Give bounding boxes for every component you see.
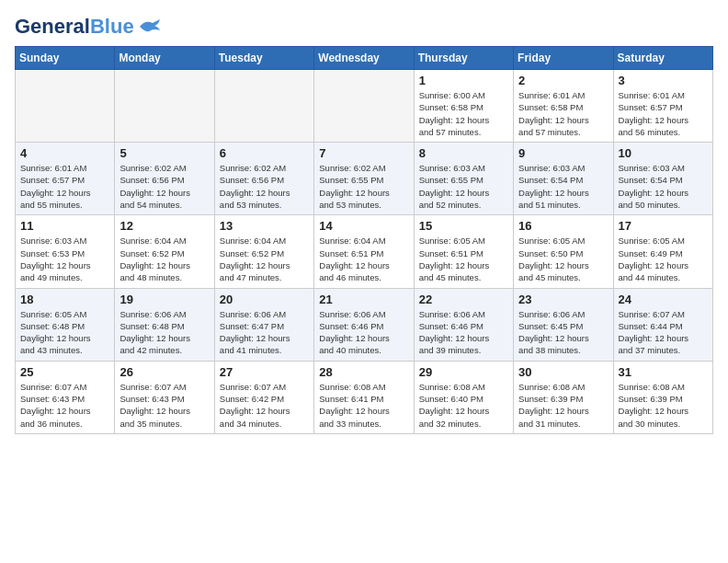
day-number: 15 bbox=[419, 219, 508, 233]
day-info: Sunrise: 6:06 AM Sunset: 6:47 PM Dayligh… bbox=[220, 308, 309, 357]
day-info: Sunrise: 6:05 AM Sunset: 6:50 PM Dayligh… bbox=[518, 235, 608, 283]
calendar-day-6: 6Sunrise: 6:02 AM Sunset: 6:56 PM Daylig… bbox=[214, 143, 313, 215]
calendar-day-29: 29Sunrise: 6:08 AM Sunset: 6:40 PM Dayli… bbox=[414, 361, 513, 433]
calendar-day-empty bbox=[115, 70, 214, 143]
calendar-week-row: 4Sunrise: 6:01 AM Sunset: 6:57 PM Daylig… bbox=[16, 143, 713, 215]
day-info: Sunrise: 6:02 AM Sunset: 6:56 PM Dayligh… bbox=[220, 162, 309, 211]
day-number: 6 bbox=[220, 146, 309, 160]
logo-blue: Blue bbox=[90, 15, 134, 39]
calendar-day-19: 19Sunrise: 6:06 AM Sunset: 6:48 PM Dayli… bbox=[115, 288, 214, 361]
day-info: Sunrise: 6:04 AM Sunset: 6:51 PM Dayligh… bbox=[319, 235, 408, 283]
day-number: 12 bbox=[119, 219, 209, 233]
calendar-day-9: 9Sunrise: 6:03 AM Sunset: 6:54 PM Daylig… bbox=[514, 143, 613, 215]
calendar-day-28: 28Sunrise: 6:08 AM Sunset: 6:41 PM Dayli… bbox=[314, 361, 414, 433]
weekday-header-row: SundayMondayTuesdayWednesdayThursdayFrid… bbox=[16, 47, 713, 70]
calendar-day-26: 26Sunrise: 6:07 AM Sunset: 6:43 PM Dayli… bbox=[115, 361, 214, 433]
day-info: Sunrise: 6:07 AM Sunset: 6:42 PM Dayligh… bbox=[220, 381, 309, 430]
day-number: 20 bbox=[220, 293, 309, 306]
calendar-week-row: 18Sunrise: 6:05 AM Sunset: 6:48 PM Dayli… bbox=[16, 288, 713, 361]
day-info: Sunrise: 6:06 AM Sunset: 6:46 PM Dayligh… bbox=[319, 308, 408, 357]
calendar-day-3: 3Sunrise: 6:01 AM Sunset: 6:57 PM Daylig… bbox=[613, 70, 712, 143]
day-info: Sunrise: 6:05 AM Sunset: 6:51 PM Dayligh… bbox=[419, 235, 508, 283]
calendar-day-11: 11Sunrise: 6:03 AM Sunset: 6:53 PM Dayli… bbox=[16, 215, 115, 288]
calendar-day-2: 2Sunrise: 6:01 AM Sunset: 6:58 PM Daylig… bbox=[514, 70, 613, 143]
day-info: Sunrise: 6:03 AM Sunset: 6:53 PM Dayligh… bbox=[20, 235, 109, 283]
day-number: 16 bbox=[518, 219, 608, 233]
day-number: 24 bbox=[619, 293, 708, 306]
day-info: Sunrise: 6:04 AM Sunset: 6:52 PM Dayligh… bbox=[119, 235, 209, 283]
calendar-day-24: 24Sunrise: 6:07 AM Sunset: 6:44 PM Dayli… bbox=[613, 288, 712, 361]
weekday-header-wednesday: Wednesday bbox=[314, 47, 414, 70]
day-number: 9 bbox=[518, 146, 608, 160]
day-number: 19 bbox=[119, 293, 209, 306]
day-info: Sunrise: 6:01 AM Sunset: 6:58 PM Dayligh… bbox=[518, 89, 608, 138]
calendar-day-13: 13Sunrise: 6:04 AM Sunset: 6:52 PM Dayli… bbox=[214, 215, 313, 288]
day-info: Sunrise: 6:08 AM Sunset: 6:41 PM Dayligh… bbox=[319, 381, 408, 430]
calendar-day-empty bbox=[16, 70, 115, 143]
calendar-day-22: 22Sunrise: 6:06 AM Sunset: 6:46 PM Dayli… bbox=[414, 288, 513, 361]
calendar-day-23: 23Sunrise: 6:06 AM Sunset: 6:45 PM Dayli… bbox=[514, 288, 613, 361]
day-number: 29 bbox=[419, 365, 508, 379]
calendar-week-row: 1Sunrise: 6:00 AM Sunset: 6:58 PM Daylig… bbox=[16, 70, 713, 143]
logo-general: General bbox=[15, 15, 90, 39]
calendar-day-17: 17Sunrise: 6:05 AM Sunset: 6:49 PM Dayli… bbox=[613, 215, 712, 288]
calendar-day-14: 14Sunrise: 6:04 AM Sunset: 6:51 PM Dayli… bbox=[314, 215, 414, 288]
day-number: 13 bbox=[220, 219, 309, 233]
day-info: Sunrise: 6:01 AM Sunset: 6:57 PM Dayligh… bbox=[20, 162, 109, 211]
calendar-day-25: 25Sunrise: 6:07 AM Sunset: 6:43 PM Dayli… bbox=[16, 361, 115, 433]
logo: General Blue bbox=[15, 15, 162, 39]
calendar-day-31: 31Sunrise: 6:08 AM Sunset: 6:39 PM Dayli… bbox=[613, 361, 712, 433]
weekday-header-thursday: Thursday bbox=[414, 47, 513, 70]
day-number: 22 bbox=[419, 293, 508, 306]
calendar-day-20: 20Sunrise: 6:06 AM Sunset: 6:47 PM Dayli… bbox=[214, 288, 313, 361]
calendar-day-27: 27Sunrise: 6:07 AM Sunset: 6:42 PM Dayli… bbox=[214, 361, 313, 433]
day-info: Sunrise: 6:06 AM Sunset: 6:46 PM Dayligh… bbox=[419, 308, 508, 357]
day-number: 7 bbox=[319, 146, 408, 160]
day-info: Sunrise: 6:03 AM Sunset: 6:55 PM Dayligh… bbox=[419, 162, 508, 211]
day-number: 4 bbox=[20, 146, 109, 160]
calendar-table: SundayMondayTuesdayWednesdayThursdayFrid… bbox=[15, 46, 713, 434]
day-number: 5 bbox=[119, 146, 209, 160]
day-info: Sunrise: 6:07 AM Sunset: 6:44 PM Dayligh… bbox=[619, 308, 708, 357]
calendar-day-16: 16Sunrise: 6:05 AM Sunset: 6:50 PM Dayli… bbox=[514, 215, 613, 288]
weekday-header-sunday: Sunday bbox=[16, 47, 115, 70]
day-number: 18 bbox=[20, 293, 109, 306]
weekday-header-tuesday: Tuesday bbox=[214, 47, 313, 70]
day-info: Sunrise: 6:08 AM Sunset: 6:39 PM Dayligh… bbox=[518, 381, 608, 430]
weekday-header-saturday: Saturday bbox=[613, 47, 712, 70]
day-number: 21 bbox=[319, 293, 408, 306]
calendar-day-7: 7Sunrise: 6:02 AM Sunset: 6:55 PM Daylig… bbox=[314, 143, 414, 215]
calendar-week-row: 25Sunrise: 6:07 AM Sunset: 6:43 PM Dayli… bbox=[16, 361, 713, 433]
day-info: Sunrise: 6:04 AM Sunset: 6:52 PM Dayligh… bbox=[220, 235, 309, 283]
day-number: 30 bbox=[518, 365, 608, 379]
day-number: 27 bbox=[220, 365, 309, 379]
calendar-week-row: 11Sunrise: 6:03 AM Sunset: 6:53 PM Dayli… bbox=[16, 215, 713, 288]
day-number: 23 bbox=[518, 293, 608, 306]
day-info: Sunrise: 6:03 AM Sunset: 6:54 PM Dayligh… bbox=[518, 162, 608, 211]
calendar-day-1: 1Sunrise: 6:00 AM Sunset: 6:58 PM Daylig… bbox=[414, 70, 513, 143]
day-info: Sunrise: 6:08 AM Sunset: 6:39 PM Dayligh… bbox=[619, 381, 708, 430]
day-number: 10 bbox=[619, 146, 708, 160]
calendar-day-8: 8Sunrise: 6:03 AM Sunset: 6:55 PM Daylig… bbox=[414, 143, 513, 215]
page-header: General Blue bbox=[15, 15, 713, 39]
day-number: 14 bbox=[319, 219, 408, 233]
day-number: 11 bbox=[20, 219, 109, 233]
calendar-day-4: 4Sunrise: 6:01 AM Sunset: 6:57 PM Daylig… bbox=[16, 143, 115, 215]
day-info: Sunrise: 6:05 AM Sunset: 6:48 PM Dayligh… bbox=[20, 308, 109, 357]
day-info: Sunrise: 6:08 AM Sunset: 6:40 PM Dayligh… bbox=[419, 381, 508, 430]
day-info: Sunrise: 6:07 AM Sunset: 6:43 PM Dayligh… bbox=[20, 381, 109, 430]
day-info: Sunrise: 6:01 AM Sunset: 6:57 PM Dayligh… bbox=[619, 89, 708, 138]
day-info: Sunrise: 6:05 AM Sunset: 6:49 PM Dayligh… bbox=[619, 235, 708, 283]
calendar-day-15: 15Sunrise: 6:05 AM Sunset: 6:51 PM Dayli… bbox=[414, 215, 513, 288]
day-info: Sunrise: 6:06 AM Sunset: 6:45 PM Dayligh… bbox=[518, 308, 608, 357]
weekday-header-friday: Friday bbox=[514, 47, 613, 70]
day-number: 1 bbox=[419, 74, 508, 87]
day-number: 3 bbox=[619, 74, 708, 87]
calendar-day-18: 18Sunrise: 6:05 AM Sunset: 6:48 PM Dayli… bbox=[16, 288, 115, 361]
calendar-day-30: 30Sunrise: 6:08 AM Sunset: 6:39 PM Dayli… bbox=[514, 361, 613, 433]
day-number: 17 bbox=[619, 219, 708, 233]
calendar-day-empty bbox=[314, 70, 414, 143]
day-number: 25 bbox=[20, 365, 109, 379]
calendar-day-10: 10Sunrise: 6:03 AM Sunset: 6:54 PM Dayli… bbox=[613, 143, 712, 215]
day-number: 2 bbox=[518, 74, 608, 87]
